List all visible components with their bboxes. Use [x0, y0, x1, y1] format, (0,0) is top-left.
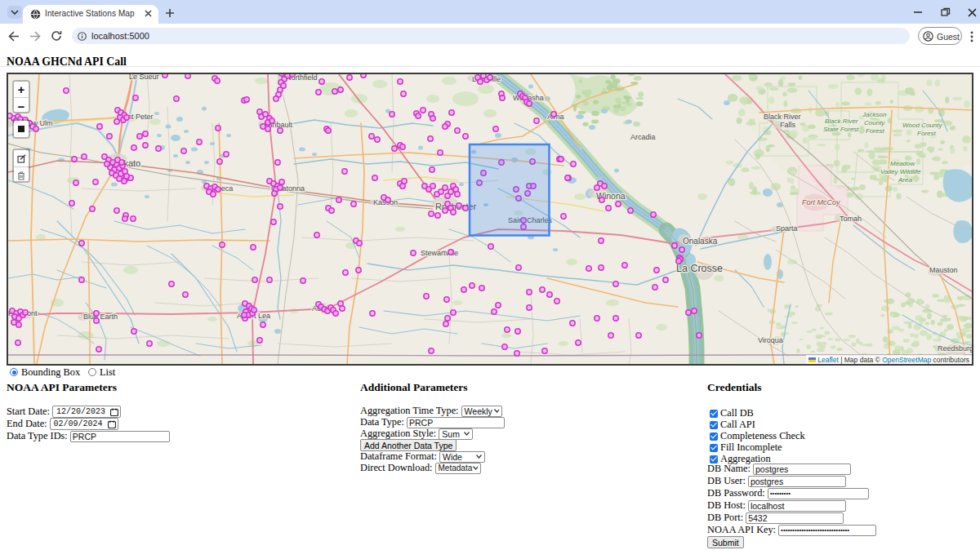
svg-text:Arcadia: Arcadia: [630, 133, 656, 141]
svg-text:Black River: Black River: [764, 113, 801, 121]
svg-text:Blue Earth: Blue Earth: [83, 313, 118, 321]
svg-text:Sparta: Sparta: [776, 224, 798, 233]
svg-text:Wood County: Wood County: [902, 122, 942, 129]
svg-text:Valley Wildlife: Valley Wildlife: [880, 168, 921, 175]
svg-text:Falls: Falls: [780, 121, 796, 129]
svg-text:Meadow: Meadow: [890, 160, 915, 167]
svg-text:La Crosse: La Crosse: [676, 263, 723, 274]
svg-text:Onalaska: Onalaska: [683, 237, 718, 246]
svg-text:Black River: Black River: [825, 118, 858, 125]
svg-text:Tomah: Tomah: [840, 215, 862, 223]
svg-text:Mauston: Mauston: [929, 266, 958, 274]
svg-text:Area: Area: [898, 176, 912, 184]
svg-text:Reedsburg: Reedsburg: [938, 344, 972, 353]
svg-text:County: County: [864, 119, 885, 126]
svg-text:Forest: Forest: [866, 127, 884, 135]
svg-text:State Forest: State Forest: [823, 126, 859, 133]
svg-text:Jackson: Jackson: [862, 111, 887, 118]
svg-text:Le Sueur: Le Sueur: [129, 74, 159, 81]
svg-text:Viroqua: Viroqua: [758, 336, 783, 344]
svg-text:Fort McCoy: Fort McCoy: [802, 198, 840, 206]
svg-text:Forest: Forest: [917, 130, 936, 137]
